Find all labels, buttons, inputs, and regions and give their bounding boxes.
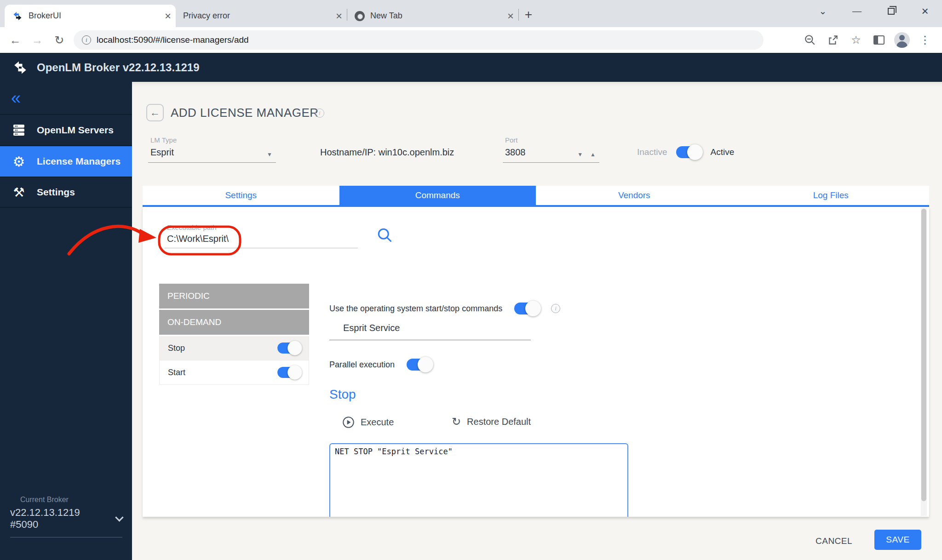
current-broker-value: v22.12.13.1219 #5090 [10,507,109,531]
panel-scrollbar[interactable] [921,208,927,516]
form-tab-bar: Settings Commands Vendors Log Files [143,186,929,207]
restore-default-label: Restore Default [467,417,531,427]
port-field[interactable]: Port 3808 ▼ ▲ [503,136,599,163]
execute-label: Execute [361,417,394,428]
share-icon[interactable] [823,30,843,50]
back-button[interactable]: ← [146,104,164,121]
lm-type-value: Esprit [150,147,174,158]
new-tab-button[interactable]: + [519,5,538,24]
tab-title: Privacy error [183,11,230,21]
tab-close-icon[interactable]: × [507,11,514,22]
service-name-underline [329,340,531,340]
side-panel-icon[interactable] [869,30,889,50]
servers-icon [10,123,28,137]
tab-title: New Tab [370,11,402,21]
os-commands-info-icon[interactable]: i [551,304,560,313]
cancel-button[interactable]: CANCEL [808,532,860,550]
parallel-execution-toggle[interactable] [407,359,431,371]
bookmark-star-icon[interactable]: ☆ [846,30,866,50]
lm-type-field[interactable]: LM Type Esprit ▼ [148,136,276,163]
browser-tab-new-tab[interactable]: New Tab × [347,5,518,27]
hostname-text: Hostname/IP: win10c.openlm.biz [320,147,454,158]
port-value: 3808 [505,147,526,158]
executable-path-underline [165,248,358,248]
page-info-icon[interactable]: i [315,109,324,118]
sidebar-item-license-managers[interactable]: ⚙ License Managers [0,145,132,177]
browser-toolbar: ← → ↻ i localhost:5090/#/license-manager… [0,27,942,53]
section-periodic[interactable]: PERIODIC [159,284,309,309]
sidebar-item-label: OpenLM Servers [37,125,114,136]
sidebar-item-openlm-servers[interactable]: OpenLM Servers [0,114,132,145]
service-name-input[interactable]: Esprit Service [343,323,400,333]
active-toggle[interactable] [676,146,701,158]
minimize-icon[interactable]: — [840,0,874,22]
stop-command-textarea[interactable]: NET STOP "Esprit Service" [329,443,628,517]
browser-menu-icon[interactable]: ⋮ [915,30,935,50]
executable-path-value[interactable]: C:\Work\Esprit\ [167,234,229,244]
os-commands-toggle[interactable] [514,303,539,314]
sidebar-item-label: License Managers [37,156,121,167]
restore-icon[interactable] [874,0,908,22]
tab-commands[interactable]: Commands [339,186,536,205]
search-icon[interactable] [376,227,393,245]
site-info-icon[interactable]: i [82,35,91,45]
tab-title: BrokerUI [29,11,61,21]
browser-tab-brokerui[interactable]: BrokerUI × [5,5,176,27]
sidebar: « OpenLM Servers ⚙ License Managers ⚒ Se… [0,82,132,560]
app-title: OpenLM Broker v22.12.13.1219 [37,61,200,74]
sidebar-item-settings[interactable]: ⚒ Settings [0,177,132,208]
current-broker-label: Current Broker [20,496,122,504]
play-circle-icon [342,416,355,429]
stop-enabled-toggle[interactable] [277,343,300,354]
parallel-execution-label: Parallel execution [329,360,395,370]
tab-search-chevron-icon[interactable]: ⌄ [806,0,840,22]
browser-tab-strip: BrokerUI × Privacy error × New Tab × + ⌄… [0,0,942,27]
tab-close-icon[interactable]: × [165,11,171,22]
row-label: Start [168,368,185,377]
toolbar-icons: ☆ ⋮ [800,30,935,50]
back-icon[interactable]: ← [7,34,23,47]
tab-log-files[interactable]: Log Files [733,186,930,205]
executable-path-label: Executable path [167,223,217,231]
tools-icon: ⚒ [10,185,28,200]
tab-settings[interactable]: Settings [143,186,339,205]
inactive-label: Inactive [637,147,667,157]
lm-type-label: LM Type [150,136,276,144]
tab-vendors[interactable]: Vendors [536,186,733,205]
start-enabled-toggle[interactable] [277,367,300,378]
active-state-row: Inactive Active [637,146,734,158]
save-button[interactable]: SAVE [874,530,921,550]
refresh-icon: ↻ [452,416,461,427]
sidebar-collapse-icon[interactable]: « [0,82,132,114]
schedule-list: PERIODIC ON-DEMAND Stop Start [159,284,309,385]
command-row-stop[interactable]: Stop [159,336,309,360]
stop-section-heading: Stop [329,387,356,402]
port-increment-icon[interactable]: ▲ [590,151,596,158]
scrollbar-thumb[interactable] [921,209,926,501]
dropdown-caret-icon[interactable]: ▼ [267,151,272,158]
profile-avatar[interactable] [892,30,912,50]
main-content: ← ADD LICENSE MANAGER i LM Type Esprit ▼… [132,82,942,560]
openlm-favicon [12,11,23,22]
restore-default-button[interactable]: ↻ Restore Default [452,416,531,427]
execute-button[interactable]: Execute [342,416,394,429]
commands-panel: Executable path C:\Work\Esprit\ PERIODIC… [143,207,929,517]
reload-icon[interactable]: ↻ [52,34,67,47]
close-icon[interactable]: × [908,0,942,22]
app-header: OpenLM Broker v22.12.13.1219 [0,53,942,82]
tab-close-icon[interactable]: × [336,11,342,22]
parallel-execution-row: Parallel execution [329,359,431,371]
current-broker-selector[interactable]: v22.12.13.1219 #5090 [10,507,122,537]
row-label: Stop [168,343,185,353]
section-on-demand[interactable]: ON-DEMAND [159,310,309,335]
browser-tab-privacy-error[interactable]: Privacy error × [176,5,347,27]
forward-icon[interactable]: → [29,34,45,47]
chevron-down-icon [115,513,123,521]
window-controls: ⌄ — × [806,0,942,22]
os-commands-label: Use the operating system start/stop comm… [329,304,502,314]
zoom-out-icon[interactable] [800,30,820,50]
command-row-start[interactable]: Start [159,360,309,385]
port-decrement-icon[interactable]: ▼ [577,151,583,158]
current-broker: Current Broker v22.12.13.1219 #5090 [10,496,122,537]
address-bar[interactable]: i localhost:5090/#/license-managers/add [74,30,764,50]
